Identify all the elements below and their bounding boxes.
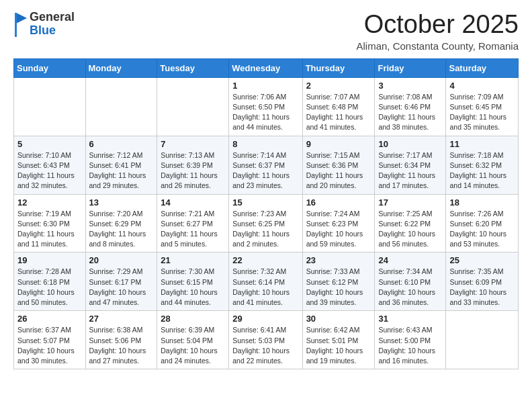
svg-marker-0 <box>16 13 27 24</box>
day-info: Sunrise: 6:41 AMSunset: 5:03 PMDaylight:… <box>232 326 290 365</box>
day-number: 1 <box>232 81 298 91</box>
table-row: 15Sunrise: 7:23 AMSunset: 6:25 PMDayligh… <box>229 194 302 253</box>
day-number: 12 <box>17 197 82 208</box>
day-info: Sunrise: 7:18 AMSunset: 6:32 PMDaylight:… <box>449 151 506 190</box>
day-number: 17 <box>378 197 442 208</box>
table-row: 28Sunrise: 6:39 AMSunset: 5:04 PMDayligh… <box>157 311 229 369</box>
day-info: Sunrise: 7:21 AMSunset: 6:27 PMDaylight:… <box>161 210 218 248</box>
day-info: Sunrise: 7:08 AMSunset: 6:46 PMDaylight:… <box>378 93 435 132</box>
svg-rect-1 <box>15 13 17 37</box>
col-saturday: Saturday <box>446 58 519 77</box>
day-number: 24 <box>378 255 442 265</box>
table-row: 13Sunrise: 7:20 AMSunset: 6:29 PMDayligh… <box>85 194 157 253</box>
table-row: 6Sunrise: 7:12 AMSunset: 6:41 PMDaylight… <box>85 136 157 194</box>
calendar-week-row: 26Sunrise: 6:37 AMSunset: 5:07 PMDayligh… <box>14 311 519 369</box>
table-row: 31Sunrise: 6:43 AMSunset: 5:00 PMDayligh… <box>375 311 446 369</box>
day-number: 14 <box>161 197 225 208</box>
day-info: Sunrise: 6:43 AMSunset: 5:00 PMDaylight:… <box>378 326 435 365</box>
day-info: Sunrise: 7:19 AMSunset: 6:30 PMDaylight:… <box>17 210 75 248</box>
table-row: 22Sunrise: 7:32 AMSunset: 6:14 PMDayligh… <box>229 253 302 311</box>
location: Aliman, Constanta County, Romania <box>356 40 519 52</box>
table-row: 21Sunrise: 7:30 AMSunset: 6:15 PMDayligh… <box>157 253 229 311</box>
day-info: Sunrise: 6:39 AMSunset: 5:04 PMDaylight:… <box>161 326 218 365</box>
day-number: 7 <box>161 139 225 149</box>
table-row <box>85 77 157 136</box>
day-number: 31 <box>378 314 442 324</box>
day-info: Sunrise: 7:12 AMSunset: 6:41 PMDaylight:… <box>89 151 146 190</box>
table-row: 10Sunrise: 7:17 AMSunset: 6:34 PMDayligh… <box>375 136 446 194</box>
col-wednesday: Wednesday <box>229 58 302 77</box>
table-row: 4Sunrise: 7:09 AMSunset: 6:45 PMDaylight… <box>446 77 519 136</box>
col-sunday: Sunday <box>14 58 86 77</box>
day-info: Sunrise: 7:30 AMSunset: 6:15 PMDaylight:… <box>161 267 218 306</box>
calendar-week-row: 1Sunrise: 7:06 AMSunset: 6:50 PMDaylight… <box>14 77 519 136</box>
day-number: 26 <box>17 314 82 324</box>
header: General Blue October 2025 Aliman, Consta… <box>13 11 519 52</box>
table-row: 2Sunrise: 7:07 AMSunset: 6:48 PMDaylight… <box>302 77 375 136</box>
day-info: Sunrise: 7:20 AMSunset: 6:29 PMDaylight:… <box>89 210 146 248</box>
col-friday: Friday <box>375 58 446 77</box>
table-row: 7Sunrise: 7:13 AMSunset: 6:39 PMDaylight… <box>157 136 229 194</box>
table-row: 29Sunrise: 6:41 AMSunset: 5:03 PMDayligh… <box>229 311 302 369</box>
day-info: Sunrise: 7:34 AMSunset: 6:10 PMDaylight:… <box>378 267 435 306</box>
day-number: 8 <box>232 139 298 149</box>
table-row <box>14 77 86 136</box>
day-info: Sunrise: 7:17 AMSunset: 6:34 PMDaylight:… <box>378 151 435 190</box>
day-number: 21 <box>161 255 225 265</box>
table-row: 1Sunrise: 7:06 AMSunset: 6:50 PMDaylight… <box>229 77 302 136</box>
table-row: 30Sunrise: 6:42 AMSunset: 5:01 PMDayligh… <box>302 311 375 369</box>
day-number: 5 <box>17 139 82 149</box>
day-info: Sunrise: 7:26 AMSunset: 6:20 PMDaylight:… <box>449 210 506 248</box>
col-monday: Monday <box>85 58 157 77</box>
day-number: 13 <box>89 197 154 208</box>
table-row: 5Sunrise: 7:10 AMSunset: 6:43 PMDaylight… <box>14 136 86 194</box>
page: General Blue October 2025 Aliman, Consta… <box>0 0 532 411</box>
table-row: 23Sunrise: 7:33 AMSunset: 6:12 PMDayligh… <box>302 253 375 311</box>
table-row <box>446 311 519 369</box>
day-info: Sunrise: 7:09 AMSunset: 6:45 PMDaylight:… <box>449 93 506 132</box>
header-right: October 2025 Aliman, Constanta County, R… <box>356 11 519 52</box>
day-info: Sunrise: 7:14 AMSunset: 6:37 PMDaylight:… <box>232 151 290 190</box>
day-number: 3 <box>378 81 442 91</box>
table-row: 18Sunrise: 7:26 AMSunset: 6:20 PMDayligh… <box>446 194 519 253</box>
day-number: 2 <box>306 81 371 91</box>
day-info: Sunrise: 7:25 AMSunset: 6:22 PMDaylight:… <box>378 210 435 248</box>
day-number: 16 <box>306 197 371 208</box>
day-info: Sunrise: 7:33 AMSunset: 6:12 PMDaylight:… <box>306 267 363 306</box>
day-info: Sunrise: 7:15 AMSunset: 6:36 PMDaylight:… <box>306 151 363 190</box>
day-number: 11 <box>449 139 515 149</box>
table-row: 3Sunrise: 7:08 AMSunset: 6:46 PMDaylight… <box>375 77 446 136</box>
day-number: 19 <box>17 255 82 265</box>
day-info: Sunrise: 7:35 AMSunset: 6:09 PMDaylight:… <box>449 267 506 306</box>
day-number: 28 <box>161 314 225 324</box>
day-info: Sunrise: 7:23 AMSunset: 6:25 PMDaylight:… <box>232 210 290 248</box>
day-number: 29 <box>232 314 298 324</box>
logo-flag-icon <box>13 11 28 37</box>
day-info: Sunrise: 7:10 AMSunset: 6:43 PMDaylight:… <box>17 151 75 190</box>
day-info: Sunrise: 7:06 AMSunset: 6:50 PMDaylight:… <box>232 93 290 132</box>
table-row: 19Sunrise: 7:28 AMSunset: 6:18 PMDayligh… <box>14 253 86 311</box>
table-row: 12Sunrise: 7:19 AMSunset: 6:30 PMDayligh… <box>14 194 86 253</box>
day-number: 18 <box>449 197 515 208</box>
day-number: 10 <box>378 139 442 149</box>
calendar-header-row: Sunday Monday Tuesday Wednesday Thursday… <box>14 58 519 77</box>
day-number: 22 <box>232 255 298 265</box>
table-row: 24Sunrise: 7:34 AMSunset: 6:10 PMDayligh… <box>375 253 446 311</box>
day-info: Sunrise: 6:42 AMSunset: 5:01 PMDaylight:… <box>306 326 363 365</box>
day-number: 20 <box>89 255 154 265</box>
col-thursday: Thursday <box>302 58 375 77</box>
day-info: Sunrise: 7:29 AMSunset: 6:17 PMDaylight:… <box>89 267 146 306</box>
table-row: 9Sunrise: 7:15 AMSunset: 6:36 PMDaylight… <box>302 136 375 194</box>
day-info: Sunrise: 7:07 AMSunset: 6:48 PMDaylight:… <box>306 93 363 132</box>
day-number: 30 <box>306 314 371 324</box>
calendar-week-row: 19Sunrise: 7:28 AMSunset: 6:18 PMDayligh… <box>14 253 519 311</box>
table-row: 27Sunrise: 6:38 AMSunset: 5:06 PMDayligh… <box>85 311 157 369</box>
table-row: 26Sunrise: 6:37 AMSunset: 5:07 PMDayligh… <box>14 311 86 369</box>
table-row: 25Sunrise: 7:35 AMSunset: 6:09 PMDayligh… <box>446 253 519 311</box>
table-row: 14Sunrise: 7:21 AMSunset: 6:27 PMDayligh… <box>157 194 229 253</box>
table-row: 17Sunrise: 7:25 AMSunset: 6:22 PMDayligh… <box>375 194 446 253</box>
day-info: Sunrise: 7:13 AMSunset: 6:39 PMDaylight:… <box>161 151 218 190</box>
logo: General Blue <box>13 11 75 38</box>
calendar-table: Sunday Monday Tuesday Wednesday Thursday… <box>13 58 519 369</box>
day-number: 23 <box>306 255 371 265</box>
